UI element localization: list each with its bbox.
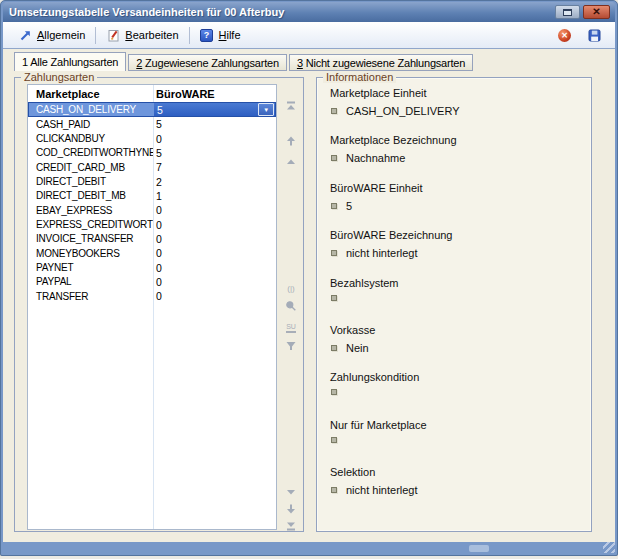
info-item-value: nicht hinterlegt xyxy=(346,247,418,259)
table-row[interactable]: MONEYBOOKERS 0 xyxy=(28,246,276,260)
cell-bueroware: 5 xyxy=(154,104,163,116)
cell-bueroware: 0 xyxy=(153,247,162,259)
bullet-icon xyxy=(331,203,337,209)
bullet-icon xyxy=(331,389,337,395)
table-row[interactable]: DIRECT_DEBIT_MB 1 xyxy=(28,189,276,203)
info-item: Vorkasse Nein xyxy=(330,324,583,366)
cell-marketplace: PAYPAL xyxy=(28,275,153,289)
tab-zugewiesene-zahlungsarten[interactable]: 2 Zugewiesene Zahlungsarten xyxy=(128,54,287,71)
toolbar-separator xyxy=(95,27,96,44)
bottom-border-thumb[interactable] xyxy=(469,545,489,552)
scroll-to-top-icon[interactable] xyxy=(285,100,297,112)
scroll-page-up-icon[interactable] xyxy=(285,135,297,147)
info-item: Nur für Marketplace xyxy=(330,419,583,461)
tab-nicht-zugewiesene-zahlungsarten[interactable]: 3 Nicht zugewiesene Zahlungsarten xyxy=(289,54,473,71)
cancel-icon: ✕ xyxy=(558,29,571,42)
sum-icon[interactable]: SU xyxy=(285,322,297,334)
info-item: BüroWARE Einheit 5 xyxy=(330,182,583,224)
tab-bar: 1 Alle Zahlungsarten2 Zugewiesene Zahlun… xyxy=(14,52,475,71)
bullet-icon xyxy=(331,295,337,301)
cell-marketplace: MONEYBOOKERS xyxy=(28,246,153,260)
column-header-bueroware[interactable]: BüroWARE xyxy=(153,88,215,100)
info-item-value: CASH_ON_DELIVERY xyxy=(346,105,460,117)
bullet-icon xyxy=(331,250,337,256)
toolbar-separator xyxy=(189,27,190,44)
toolbar-button-hilfe[interactable]: ?Hilfe xyxy=(195,26,246,44)
bueroware-dropdown-button[interactable]: ▼ xyxy=(258,103,274,116)
cell-bueroware: 0 xyxy=(153,233,162,245)
table-row[interactable]: EXPRESS_CREDITWORTHINESS 0 xyxy=(28,217,276,231)
info-item-value: Nein xyxy=(346,342,369,354)
info-item-value: Nachnahme xyxy=(346,152,405,164)
info-item-label: Marketplace Einheit xyxy=(330,87,583,99)
cell-bueroware: 0 xyxy=(153,276,162,288)
table-row[interactable]: CASH_PAID 5 xyxy=(28,117,276,131)
cell-bueroware: 0 xyxy=(153,262,162,274)
info-item: Zahlungskondition xyxy=(330,371,583,413)
table-row[interactable]: TRANSFER 0 xyxy=(28,289,276,303)
bullet-icon xyxy=(331,437,337,443)
table-body: CASH_ON_DELIVERY 5 ▼ CASH_PAID 5 CLICKAN… xyxy=(28,102,276,303)
table-header: MarketplaceBüroWARE xyxy=(28,85,276,102)
cell-marketplace: PAYNET xyxy=(28,260,153,274)
toolbar-button-bearbeiten[interactable]: Bearbeiten xyxy=(101,26,183,44)
tab-alle-zahlungsarten[interactable]: 1 Alle Zahlungsarten xyxy=(14,52,126,71)
cell-marketplace: EXPRESS_CREDITWORTHINESS xyxy=(28,217,153,231)
info-item-label: Selektion xyxy=(330,466,583,478)
restore-icon xyxy=(563,9,572,16)
info-item: BüroWARE Bezeichnung nicht hinterlegt xyxy=(330,229,583,271)
scroll-page-down-icon[interactable] xyxy=(285,503,297,515)
info-item-label: Zahlungskondition xyxy=(330,371,583,383)
table-row[interactable]: PAYNET 0 xyxy=(28,260,276,274)
cell-marketplace: EBAY_EXPRESS xyxy=(28,203,153,217)
search-icon[interactable] xyxy=(285,300,297,312)
close-icon: ✕ xyxy=(592,7,600,17)
cell-marketplace: INVOICE_TRANSFER xyxy=(28,232,153,246)
info-item-label: BüroWARE Bezeichnung xyxy=(330,229,583,241)
column-header-marketplace[interactable]: Marketplace xyxy=(28,88,153,100)
close-button[interactable]: ✕ xyxy=(583,5,610,19)
cell-bueroware: 5 xyxy=(153,118,162,130)
cell-bueroware: 1 xyxy=(153,190,162,202)
table-row[interactable]: DIRECT_DEBIT 2 xyxy=(28,174,276,188)
cell-bueroware: 2 xyxy=(153,176,162,188)
cell-bueroware: 7 xyxy=(153,161,162,173)
table-row[interactable]: PAYPAL 0 xyxy=(28,275,276,289)
info-item-value: 5 xyxy=(346,200,352,212)
cell-marketplace: CASH_ON_DELIVERY xyxy=(29,103,154,116)
resize-grip[interactable] xyxy=(603,542,615,553)
table-row[interactable]: CLICKANDBUY 0 xyxy=(28,131,276,145)
table-row[interactable]: INVOICE_TRANSFER 0 xyxy=(28,232,276,246)
cell-bueroware: 5 xyxy=(153,147,162,159)
dropdown-arrow-icon: ▼ xyxy=(263,107,269,113)
table-row[interactable]: CASH_ON_DELIVERY 5 ▼ xyxy=(28,102,276,117)
cell-marketplace: CLICKANDBUY xyxy=(28,131,153,145)
arrow-up-right-icon xyxy=(18,28,32,42)
table-row[interactable]: EBAY_EXPRESS 0 xyxy=(28,203,276,217)
info-item-label: Bezahlsystem xyxy=(330,277,583,289)
info-item: Marketplace Einheit CASH_ON_DELIVERY xyxy=(330,87,583,129)
toolbar-button-allgemein[interactable]: Allgemein xyxy=(13,26,90,44)
window-title: Umsetzungstabelle Versandeinheiten für 0… xyxy=(3,6,555,18)
cancel-button[interactable]: ✕ xyxy=(556,27,573,44)
cell-marketplace: CASH_PAID xyxy=(28,117,153,131)
help-icon: ? xyxy=(200,28,214,42)
edit-icon xyxy=(106,28,120,42)
scroll-to-bottom-icon[interactable] xyxy=(285,520,297,532)
scroll-up-icon[interactable] xyxy=(285,156,297,168)
position-icon[interactable]: (|) xyxy=(285,283,297,295)
info-item-label: BüroWARE Einheit xyxy=(330,182,583,194)
bullet-icon xyxy=(331,108,337,114)
cell-bueroware: 0 xyxy=(153,290,162,302)
info-item-label: Vorkasse xyxy=(330,324,583,336)
bullet-icon xyxy=(331,345,337,351)
table-row[interactable]: COD_CREDITWORTHYNESS 5 xyxy=(28,146,276,160)
filter-icon[interactable] xyxy=(285,340,297,352)
table-row[interactable]: CREDIT_CARD_MB 7 xyxy=(28,160,276,174)
zahlungsarten-group: Zahlungsarten MarketplaceBüroWARE CASH_O… xyxy=(14,77,304,532)
informationen-group-label: Informationen xyxy=(323,71,396,83)
save-button[interactable] xyxy=(585,26,603,44)
restore-button[interactable] xyxy=(555,5,580,19)
scroll-down-icon[interactable] xyxy=(285,486,297,498)
zahlungsarten-table: MarketplaceBüroWARE CASH_ON_DELIVERY 5 ▼… xyxy=(27,84,277,530)
